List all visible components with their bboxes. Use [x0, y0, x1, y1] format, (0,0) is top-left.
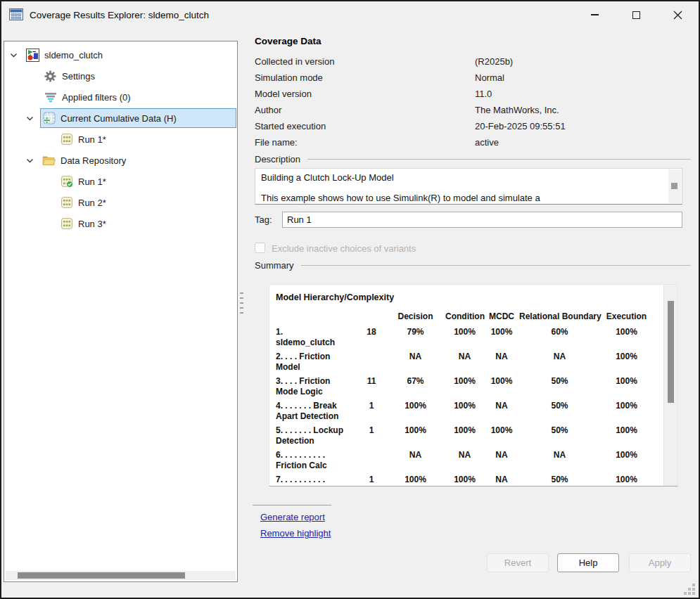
field-value: The MathWorks, Inc. [475, 105, 559, 115]
field-value: Normal [475, 72, 504, 83]
minimize-button[interactable] [574, 1, 616, 28]
meta-row: Model version11.0 [255, 86, 691, 102]
help-button[interactable]: Help [557, 553, 619, 572]
checkbox-label: Exclude inactive choices of variants [272, 243, 416, 254]
title-bar: Coverage Results Explorer: sldemo_clutch [1, 1, 699, 28]
tree-item-label: Settings [62, 71, 95, 82]
description-section-header: Description [255, 154, 691, 165]
table-vertical-scrollbar[interactable] [663, 285, 677, 486]
tree-item-settings[interactable]: Settings [4, 65, 237, 86]
cumulative-data-icon [42, 112, 56, 125]
column-header: MCDC [484, 311, 519, 321]
tree-item-sldemo-clutch[interactable]: sldemo_clutch [4, 44, 237, 65]
tree-item-run1-cumulative[interactable]: Run 1* [4, 129, 237, 150]
tree-item-label: Data Repository [61, 155, 126, 166]
table-row: 1.sldemo_clutch 1879%100%100%60%100% [276, 327, 677, 352]
maximize-button[interactable] [616, 1, 657, 28]
chevron-down-icon[interactable] [26, 115, 40, 122]
tree-item-data-repository[interactable]: Data Repository [4, 150, 237, 171]
field-label: Collected in version [255, 56, 475, 67]
summary-label: Summary [255, 260, 294, 271]
chevron-down-icon[interactable] [10, 51, 24, 59]
links-divider [253, 505, 331, 505]
run-checked-icon [60, 175, 73, 188]
remove-highlight-link[interactable]: Remove highlight [260, 528, 331, 539]
gear-icon [44, 70, 57, 83]
scrollbar-thumb[interactable] [18, 572, 185, 579]
table-row: 4. . . . . . . BreakApart Detection 1100… [276, 401, 677, 425]
resize-grip[interactable] [685, 585, 695, 595]
folder-icon [42, 154, 56, 167]
results-tree-panel: sldemo_clutch [4, 41, 238, 582]
description-line: Building a Clutch Lock-Up Model [255, 169, 682, 183]
field-label: Model version [255, 89, 475, 99]
field-label: File name: [255, 137, 475, 148]
field-label: Author [255, 105, 475, 115]
tree-item-label: sldemo_clutch [44, 50, 103, 60]
generate-report-link[interactable]: Generate report [260, 512, 325, 522]
tag-input[interactable] [282, 212, 682, 228]
column-header: Execution [600, 311, 653, 321]
table-title: Model Hierarchy/Complexity [276, 292, 677, 302]
tree-item-applied-filters[interactable]: Applied filters (0) [4, 86, 237, 108]
table-header-row: Decision Condition MCDC Relational Bound… [276, 311, 677, 321]
app-icon [8, 7, 24, 22]
run-icon [60, 133, 73, 146]
run-icon [60, 196, 73, 210]
tree-item-label: Current Cumulative Data (H) [61, 113, 177, 124]
tag-label: Tag: [255, 214, 272, 225]
window-title: Coverage Results Explorer: sldemo_clutch [30, 10, 209, 20]
tree-horizontal-scrollbar[interactable] [6, 571, 236, 580]
splitter-handle[interactable] [239, 292, 245, 321]
description-label: Description [255, 154, 300, 165]
run-icon [60, 217, 73, 231]
chevron-down-icon[interactable] [26, 157, 40, 165]
apply-button[interactable]: Apply [629, 553, 691, 572]
field-value: 20-Feb-2025 09:55:51 [475, 121, 566, 131]
exclude-variants-checkbox[interactable] [255, 243, 265, 253]
field-label: Started execution [255, 121, 475, 131]
coverage-results-explorer-window: Coverage Results Explorer: sldemo_clutch [0, 0, 700, 599]
meta-row: Simulation modeNormal [255, 70, 691, 86]
table-row: 3. . . . FrictionMode Logic 1167%100%100… [276, 376, 677, 401]
tree-item-run3-repository[interactable]: Run 3* [4, 213, 237, 234]
summary-section-header: Summary [255, 260, 691, 271]
table-row: 6. . . . . . . . . .Friction Calc NANANA… [276, 450, 677, 475]
column-header: Decision [386, 311, 445, 321]
selected-tree-item: Current Cumulative Data (H) [40, 108, 236, 128]
scrollbar-thumb[interactable] [671, 183, 677, 189]
page-title: Coverage Data [255, 36, 322, 46]
tree-item-label: Applied filters (0) [62, 92, 131, 103]
table-row: 7. . . . . . . . . .Required 1100%100%NA… [276, 475, 677, 487]
section-rule [307, 159, 691, 160]
description-line: This example shows how to use Simulink(R… [255, 183, 682, 203]
summary-table: Model Hierarchy/Complexity Decision Cond… [269, 284, 678, 487]
filter-icon [44, 91, 57, 104]
meta-row: AuthorThe MathWorks, Inc. [255, 102, 691, 118]
tree-item-label: Run 2* [78, 198, 106, 208]
close-button[interactable] [657, 1, 699, 28]
column-header: Condition [445, 311, 484, 321]
tree-item-label: Run 3* [78, 219, 106, 229]
simulink-model-icon [26, 49, 39, 62]
description-scrollbar[interactable] [668, 169, 681, 203]
maximize-icon [632, 11, 640, 19]
tree-item-run1-repository[interactable]: Run 1* [4, 171, 237, 192]
description-field[interactable]: Building a Clutch Lock-Up Model This exa… [255, 168, 682, 205]
tree-item-label: Run 1* [78, 176, 106, 187]
revert-button[interactable]: Revert [487, 553, 549, 572]
table-row: 5. . . . . . . LockupDetection 1100%100%… [276, 425, 677, 450]
meta-row: File name:active [255, 134, 691, 150]
field-value: (R2025b) [475, 56, 513, 67]
tree-item-run2-repository[interactable]: Run 2* [4, 192, 237, 213]
section-rule [301, 265, 691, 266]
tree-item-current-cumulative-data[interactable]: Current Cumulative Data (H) [4, 108, 237, 129]
table-row: 2. . . . FrictionModel NANANANA100% [276, 352, 677, 376]
meta-row: Collected in version(R2025b) [255, 53, 691, 70]
minimize-icon [591, 14, 599, 15]
meta-row: Started execution20-Feb-2025 09:55:51 [255, 118, 691, 134]
tree-item-label: Run 1* [78, 134, 106, 145]
field-value: 11.0 [475, 89, 492, 99]
close-icon [673, 11, 682, 20]
scrollbar-thumb[interactable] [668, 301, 674, 403]
